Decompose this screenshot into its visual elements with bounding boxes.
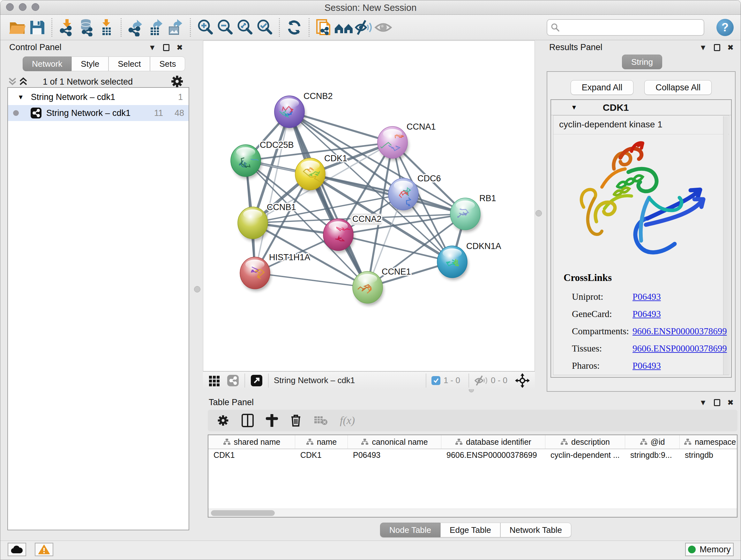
network-canvas[interactable]: CCNB2CCNA1CDC25BCDK1CDC6RB1CCNB1CCNA2CDK…: [203, 41, 535, 371]
save-session-button[interactable]: [27, 17, 47, 37]
collection-label: String Network – cdk1: [31, 92, 115, 102]
results-panel-controls: ▼ ✖: [699, 44, 734, 51]
table-cell[interactable]: CDK1: [208, 449, 295, 462]
help-button[interactable]: ?: [717, 19, 734, 36]
toolbar-separator: [279, 18, 280, 37]
network-row-selected[interactable]: String Network – cdk1 11 48: [8, 105, 189, 121]
open-session-button[interactable]: [7, 17, 27, 37]
network-overview-button[interactable]: [334, 17, 354, 37]
collapse-panel-icon[interactable]: ▼: [148, 44, 156, 51]
zoom-in-button[interactable]: [195, 17, 215, 37]
table-hscrollbar-thumb[interactable]: [211, 510, 275, 516]
network-options-gear-icon[interactable]: [170, 74, 184, 88]
tree-expander-icon[interactable]: ▼: [17, 94, 24, 101]
column-header-namespace[interactable]: namespace: [680, 435, 738, 449]
crosslink-link[interactable]: P06493: [632, 361, 661, 371]
table-cell[interactable]: stringdb:9...: [625, 449, 680, 462]
hide-panels-button[interactable]: [354, 17, 374, 37]
zoom-selected-button[interactable]: [255, 17, 274, 37]
refresh-button[interactable]: [284, 17, 304, 37]
tab-node-table[interactable]: Node Table: [380, 523, 441, 537]
float-panel-icon[interactable]: [163, 44, 170, 51]
collapse-panel-icon[interactable]: ▼: [699, 399, 707, 407]
tab-network-table[interactable]: Network Table: [500, 523, 571, 537]
network-node-CCNE1[interactable]: [353, 271, 384, 306]
node-table[interactable]: shared namenamecanonical namedatabase id…: [208, 435, 738, 517]
column-header-canonical-name[interactable]: canonical name: [348, 435, 441, 449]
network-edge[interactable]: [255, 273, 367, 287]
show-columns-icon[interactable]: [242, 414, 254, 427]
share-document-button[interactable]: [314, 17, 334, 37]
network-node-CCNA1[interactable]: [376, 126, 408, 161]
crosslink-link[interactable]: 9606.ENSP00000378699: [632, 326, 727, 336]
network-node-CCNB1[interactable]: [238, 207, 269, 241]
zoom-fit-button[interactable]: [235, 17, 255, 37]
tab-edge-table[interactable]: Edge Table: [441, 523, 500, 537]
close-panel-icon[interactable]: ✖: [727, 44, 734, 51]
column-header--id[interactable]: @id: [625, 435, 680, 449]
export-network-button[interactable]: [126, 17, 146, 37]
network-node-CDK1[interactable]: [295, 158, 326, 192]
network-node-CCNA2[interactable]: [323, 219, 354, 253]
tab-style[interactable]: Style: [71, 57, 109, 71]
column-header-database-identifier[interactable]: database identifier: [441, 435, 545, 449]
selected-checkbox[interactable]: [431, 376, 441, 385]
node-label-RB1: RB1: [479, 193, 496, 203]
tab-network[interactable]: Network: [23, 57, 71, 71]
network-node-HIST1H1A[interactable]: [240, 257, 271, 291]
network-node-CDKN1A[interactable]: [437, 246, 468, 280]
column-header-description[interactable]: description: [545, 435, 625, 449]
close-panel-icon[interactable]: ✖: [177, 44, 183, 51]
tab-select[interactable]: Select: [109, 57, 150, 71]
search-input[interactable]: [547, 19, 704, 36]
network-node-CDC25B[interactable]: [231, 145, 262, 179]
zoom-out-button[interactable]: [215, 17, 235, 37]
memory-button[interactable]: Memory: [685, 543, 734, 556]
crosslink-link[interactable]: P06493: [632, 309, 661, 319]
crosslink-link[interactable]: 9606.ENSP00000378699: [632, 343, 727, 354]
tab-string[interactable]: String: [622, 55, 662, 69]
protein-section-header[interactable]: ▼ CDK1: [551, 100, 731, 115]
collapse-panel-icon[interactable]: ▼: [699, 44, 707, 51]
results-tab-bar: String: [543, 55, 741, 69]
table-cell[interactable]: cyclin-dependent ...: [545, 449, 625, 462]
import-table-button[interactable]: [96, 17, 116, 37]
cloud-status-button[interactable]: [8, 543, 26, 556]
table-options-gear-icon[interactable]: [217, 414, 229, 427]
table-hscrollbar[interactable]: [208, 509, 737, 517]
birds-eye-grid-icon[interactable]: [208, 374, 221, 387]
table-cell[interactable]: P06493: [348, 449, 441, 462]
import-network-database-button[interactable]: [77, 17, 96, 37]
column-header-name[interactable]: name: [295, 435, 348, 449]
show-panel-button[interactable]: [374, 17, 393, 37]
table-cell[interactable]: 9606.ENSP00000378699: [441, 449, 545, 462]
column-header-shared-name[interactable]: shared name: [208, 435, 295, 449]
center-view-icon[interactable]: [515, 373, 530, 388]
network-collection-row[interactable]: ▼ String Network – cdk1 1: [8, 89, 189, 105]
export-table-button[interactable]: [146, 17, 165, 37]
protein-name: CDK1: [603, 102, 629, 113]
add-column-icon[interactable]: [266, 414, 278, 427]
float-panel-icon[interactable]: [714, 399, 720, 406]
string-view-icon[interactable]: [226, 374, 239, 387]
tab-sets[interactable]: Sets: [150, 57, 185, 71]
expand-all-button[interactable]: Expand All: [570, 80, 634, 95]
crosslink-link[interactable]: P06493: [632, 292, 661, 302]
table-row[interactable]: CDK1CDK1P064939606.ENSP00000378699cyclin…: [208, 449, 737, 462]
delete-column-icon[interactable]: [290, 414, 301, 427]
left-splitter-handle[interactable]: [194, 286, 200, 293]
memory-status-dot: [688, 546, 696, 553]
close-panel-icon[interactable]: ✖: [727, 399, 734, 407]
warnings-button[interactable]: [35, 543, 53, 556]
open-in-window-icon[interactable]: [250, 374, 263, 387]
network-node-RB1[interactable]: [450, 198, 481, 232]
import-network-file-button[interactable]: [57, 17, 77, 37]
collapse-all-button[interactable]: Collapse All: [644, 80, 712, 95]
table-cell[interactable]: stringdb: [680, 449, 738, 462]
float-panel-icon[interactable]: [714, 44, 720, 51]
table-cell[interactable]: CDK1: [295, 449, 348, 462]
section-expander-icon[interactable]: ▼: [571, 104, 577, 111]
right-splitter-handle[interactable]: [536, 210, 542, 216]
export-image-button[interactable]: [165, 17, 185, 37]
separator: [468, 374, 469, 388]
